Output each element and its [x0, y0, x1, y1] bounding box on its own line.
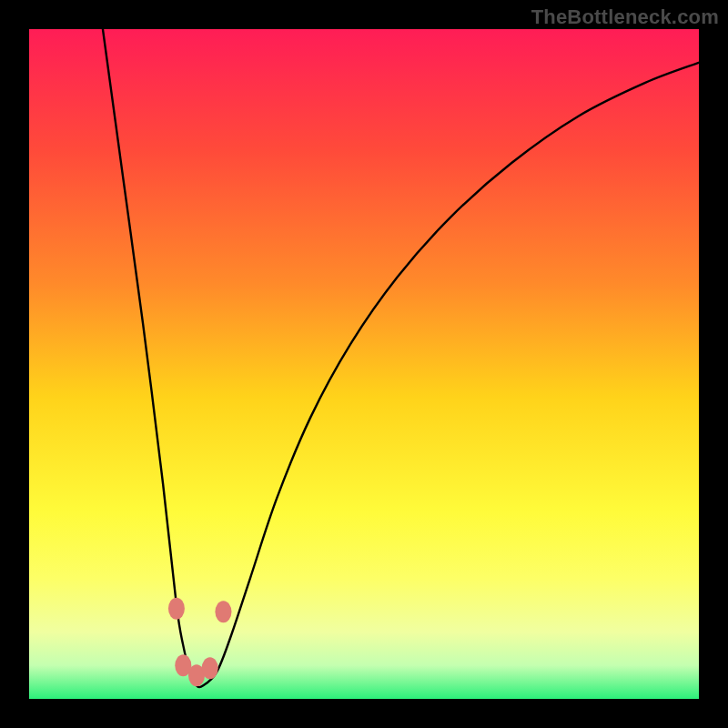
curve-marker: [202, 657, 218, 679]
curve-marker: [168, 598, 185, 620]
gradient-background: [29, 29, 699, 699]
chart-svg: [29, 29, 699, 699]
curve-marker: [215, 601, 231, 622]
chart-area: [29, 29, 699, 699]
watermark-text: TheBottleneck.com: [531, 5, 719, 29]
